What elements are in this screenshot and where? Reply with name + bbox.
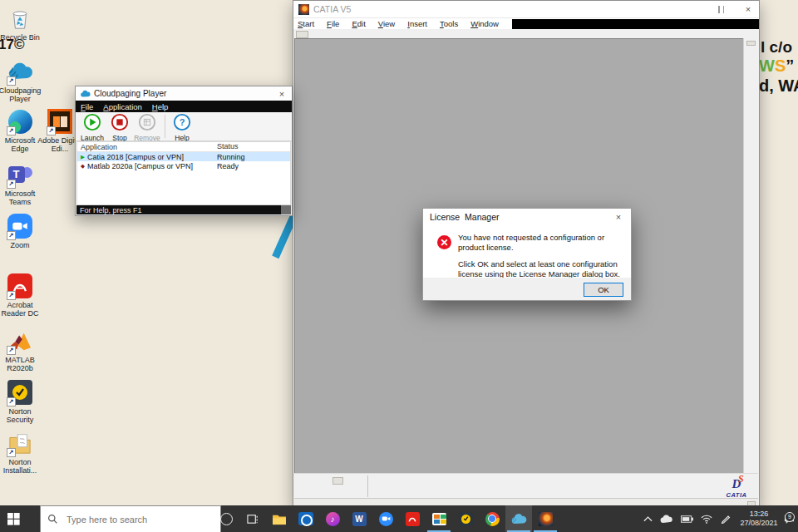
remove-button[interactable]: Remove — [134, 113, 160, 141]
file-explorer-button[interactable] — [266, 505, 293, 532]
menu-tools[interactable]: Tools — [440, 19, 458, 28]
norton-security-icon[interactable]: ↗ — [7, 379, 33, 406]
catia-icon — [539, 512, 553, 526]
catia-taskbar-button[interactable] — [532, 505, 559, 532]
windows-logo-icon — [7, 513, 20, 525]
close-icon[interactable]: × — [742, 4, 754, 14]
acrobat-icon — [406, 512, 420, 526]
norton-security-label: Norton Security — [0, 407, 43, 424]
wifi-icon — [701, 515, 712, 524]
side-toolbar-grip[interactable] — [746, 41, 756, 46]
list-header[interactable]: Application Status — [77, 142, 290, 152]
clock-date: 27/08/2021 — [740, 519, 777, 528]
chrome-icon — [485, 512, 500, 526]
menu-view[interactable]: View — [378, 19, 395, 28]
menu-help[interactable]: Help — [152, 102, 169, 111]
cloudpaging-title-bar[interactable]: Cloudpaging Player × — [76, 86, 292, 101]
recycle-bin-icon[interactable] — [7, 5, 33, 32]
photos-icon — [432, 513, 446, 525]
launch-label: Launch — [79, 135, 106, 141]
task-view-button[interactable] — [239, 505, 266, 532]
launch-button[interactable]: Launch — [79, 113, 106, 141]
search-input[interactable] — [65, 514, 193, 525]
file-explorer-icon — [272, 513, 287, 525]
cloudpaging-player-window: Cloudpaging Player × File Application He… — [75, 86, 293, 216]
microsoft-teams-icon[interactable]: T ↗ — [7, 161, 33, 188]
menu-application[interactable]: Application — [103, 102, 141, 111]
error-icon: ✕ — [437, 235, 451, 249]
itunes-button[interactable]: ♪ — [319, 505, 346, 532]
taskbar-search-box[interactable] — [40, 505, 221, 532]
photos-taskbar-button[interactable] — [426, 505, 452, 532]
search-icon — [47, 514, 58, 525]
menu-window[interactable]: Window — [470, 19, 499, 28]
wallpaper-close-quote: ” — [786, 57, 794, 75]
dialog-footer: OK — [423, 278, 631, 300]
matlab-label: MATLAB R2020b — [0, 356, 43, 372]
shortcut-arrow-icon: ↗ — [7, 448, 16, 457]
wallpaper-line3b: d, WA — [759, 76, 798, 96]
app-name: Matlab 2020a [Campus or VPN] — [87, 162, 193, 170]
cloudpaging-taskbar-button[interactable] — [505, 505, 532, 532]
column-status[interactable]: Status — [215, 142, 290, 151]
matlab-icon[interactable]: ↗ — [7, 328, 33, 354]
outlook-button[interactable] — [293, 505, 319, 532]
menu-file[interactable]: File — [81, 102, 93, 111]
menu-start[interactable]: Start — [298, 19, 314, 28]
microsoft-edge-icon[interactable]: ↗ — [7, 108, 33, 135]
acrobat-reader-icon[interactable]: ↗ — [7, 273, 33, 299]
resize-grip[interactable] — [281, 205, 291, 214]
help-icon: ? — [173, 113, 191, 131]
catia-title-bar[interactable]: CATIA V5 × — [293, 1, 759, 18]
adobe-digital-editions-icon[interactable]: ↗ — [47, 108, 73, 135]
status-grip[interactable] — [332, 477, 343, 485]
dassault-catia-logo: DS CATIA — [720, 476, 753, 499]
tray-network-button[interactable] — [697, 505, 717, 532]
dialog-title-bar[interactable]: License Manager × — [423, 209, 631, 225]
minimize-button[interactable] — [718, 6, 724, 13]
zoom-taskbar-button[interactable] — [372, 505, 399, 532]
action-center-button[interactable]: 9 — [781, 505, 798, 532]
column-application[interactable]: Application — [77, 142, 215, 151]
word-button[interactable]: W — [346, 505, 372, 532]
cortana-button[interactable] — [213, 505, 239, 532]
start-button[interactable] — [0, 505, 27, 532]
help-button[interactable]: ? Help — [169, 113, 195, 141]
norton-installer-folder-icon[interactable]: ↗ — [7, 430, 33, 456]
table-row[interactable]: ▶ Catia 2018 [Campus or VPN] Running — [77, 152, 290, 161]
app-status: Ready — [215, 162, 290, 170]
shortcut-arrow-icon: ↗ — [7, 291, 16, 300]
toolbar-grip[interactable] — [296, 31, 308, 38]
license-manager-dialog: License Manager × ✕ You have not request… — [422, 208, 632, 301]
tray-chevron-button[interactable] — [638, 505, 657, 532]
itunes-icon: ♪ — [326, 512, 340, 526]
table-row[interactable]: ◆ Matlab 2020a [Campus or VPN] Ready — [77, 161, 290, 170]
shortcut-arrow-icon: ↗ — [47, 126, 56, 135]
ok-button[interactable]: OK — [584, 283, 623, 297]
close-icon[interactable]: × — [613, 212, 624, 222]
menu-file[interactable]: File — [327, 19, 339, 28]
menu-edit[interactable]: Edit — [352, 19, 365, 28]
menu-insert[interactable]: Insert — [407, 19, 427, 28]
catia-app-icon — [298, 4, 309, 15]
chrome-taskbar-button[interactable] — [479, 505, 505, 532]
battery-icon — [681, 515, 693, 523]
close-icon[interactable]: × — [276, 89, 288, 99]
taskbar-clock[interactable]: 13:26 27/08/2021 — [735, 505, 783, 532]
microsoft-teams-label: Microsoft Teams — [0, 190, 43, 206]
zoom-icon[interactable]: ↗ — [7, 213, 33, 239]
norton-icon — [459, 512, 473, 526]
cloudpaging-player-icon[interactable]: ↗ — [7, 58, 33, 85]
acrobat-taskbar-button[interactable] — [399, 505, 426, 532]
acrobat-reader-label: Acrobat Reader DC — [0, 301, 43, 318]
stop-label: Stop — [106, 135, 133, 141]
stop-button[interactable]: Stop — [106, 113, 133, 141]
tray-onedrive-button[interactable] — [657, 505, 677, 532]
tray-battery-button[interactable] — [677, 505, 697, 532]
shortcut-arrow-icon: ↗ — [7, 180, 16, 189]
catia-command-bar[interactable] — [294, 498, 758, 505]
norton-taskbar-button[interactable] — [452, 505, 479, 532]
app-name: Catia 2018 [Campus or VPN] — [87, 153, 184, 161]
ds-logo-s: S — [738, 473, 744, 485]
tray-pen-button[interactable] — [717, 505, 735, 532]
